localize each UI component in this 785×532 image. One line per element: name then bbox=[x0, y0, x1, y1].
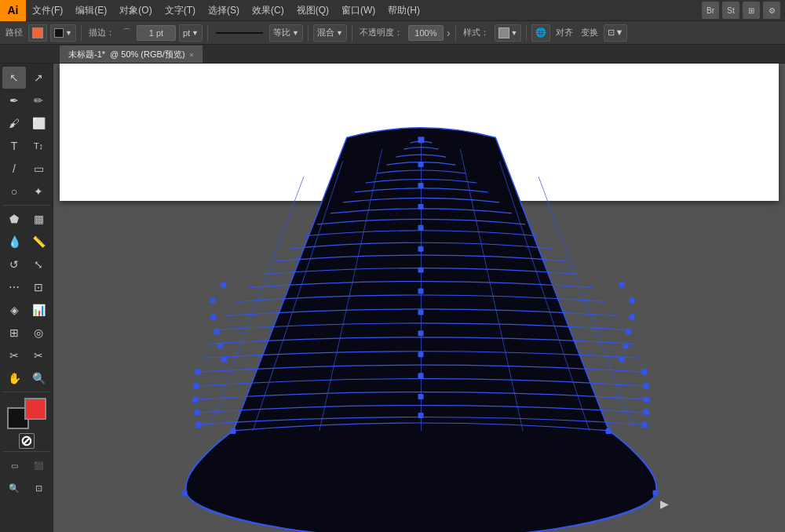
free-transform-tool[interactable]: ⊡ bbox=[27, 276, 50, 298]
menu-object[interactable]: 对象(O) bbox=[113, 0, 158, 20]
blend-tool[interactable]: ◎ bbox=[27, 322, 50, 344]
tool-row-2: ✒ ✏ bbox=[2, 89, 50, 111]
line-type[interactable]: 等比▼ bbox=[269, 24, 303, 42]
blob-brush-tool[interactable]: 🖌 bbox=[2, 112, 26, 134]
menu-edit[interactable]: 编辑(E) bbox=[69, 0, 113, 20]
tool-row-color-modes: ⊘ bbox=[19, 433, 35, 449]
svg-rect-35 bbox=[210, 314, 216, 319]
globe-icon-btn[interactable]: 🌐 bbox=[531, 24, 550, 42]
svg-rect-39 bbox=[619, 282, 625, 288]
svg-rect-36 bbox=[214, 329, 219, 334]
sep1 bbox=[81, 25, 82, 41]
gradient-tool[interactable]: ▦ bbox=[27, 208, 50, 230]
menu-file[interactable]: 文件(F) bbox=[26, 0, 69, 20]
eraser-tool[interactable]: ⬜ bbox=[27, 112, 50, 134]
tool-row-12: ⊞ ◎ bbox=[2, 322, 50, 344]
style-label: 样式： bbox=[461, 27, 491, 38]
canvas-area: ▶ bbox=[53, 64, 785, 532]
zoom-tool[interactable]: 🔍 bbox=[27, 367, 50, 389]
svg-rect-31 bbox=[418, 394, 424, 399]
menu-select[interactable]: 选择(S) bbox=[202, 0, 246, 20]
tool-row-1: ↖ ↗ bbox=[2, 67, 50, 89]
stroke-icon: ⌒ bbox=[120, 27, 133, 38]
column-graph-tool[interactable]: 📊 bbox=[27, 299, 50, 321]
opacity-value[interactable] bbox=[408, 25, 444, 41]
opacity-arrow[interactable]: › bbox=[447, 27, 451, 39]
warp-tool[interactable]: ⋯ bbox=[2, 276, 26, 298]
menu-effect[interactable]: 效果(C) bbox=[246, 0, 290, 20]
svg-rect-40 bbox=[630, 298, 635, 304]
eyedropper-tool[interactable]: 💧 bbox=[2, 231, 26, 253]
stroke-unit[interactable]: pt▼ bbox=[179, 24, 203, 42]
line-preview bbox=[216, 32, 263, 34]
foreground-color-swatch[interactable] bbox=[24, 398, 46, 420]
extra-tool[interactable]: ⊡ bbox=[27, 477, 50, 499]
screen-mode-normal[interactable]: ▭ bbox=[2, 454, 26, 476]
paintbucket-tool[interactable]: ⬟ bbox=[2, 208, 26, 230]
fill-type-selector[interactable]: ▼ bbox=[50, 24, 76, 42]
left-toolbar: ↖ ↗ ✒ ✏ 🖌 ⬜ T T↕ / ▭ ○ ✦ ⬟ ▦ 💧 📏 bbox=[0, 64, 53, 532]
scissors-tool[interactable]: ✂ bbox=[27, 344, 50, 366]
ellipse-tool[interactable]: ○ bbox=[2, 180, 26, 202]
svg-rect-25 bbox=[418, 268, 424, 273]
transform-extra[interactable]: ⊡▼ bbox=[604, 24, 627, 42]
rotate-tool[interactable]: ↺ bbox=[2, 253, 26, 275]
symbol-tool[interactable]: ◈ bbox=[2, 299, 26, 321]
tab-bar: 未标题-1* @ 50% (RGB/预览) × bbox=[0, 45, 785, 64]
hand-tool[interactable]: ✋ bbox=[2, 367, 26, 389]
svg-rect-33 bbox=[221, 282, 226, 288]
svg-rect-27 bbox=[418, 309, 424, 315]
select-tool[interactable]: ↖ bbox=[2, 67, 26, 89]
menu-type[interactable]: 文字(T) bbox=[159, 0, 202, 20]
line-tool[interactable]: / bbox=[2, 158, 26, 180]
tool-row-7: ⬟ ▦ bbox=[2, 208, 50, 230]
tool-row-8: 💧 📏 bbox=[2, 231, 50, 253]
menu-view[interactable]: 视图(Q) bbox=[290, 0, 335, 20]
tool-row-6: ○ ✦ bbox=[2, 180, 50, 202]
extra-icon[interactable]: ⚙ bbox=[763, 2, 780, 19]
tool-sep-3 bbox=[3, 451, 50, 452]
svg-rect-7 bbox=[418, 137, 425, 143]
svg-rect-51 bbox=[606, 428, 612, 434]
vertical-type-tool[interactable]: T↕ bbox=[27, 135, 50, 157]
star-tool[interactable]: ✦ bbox=[27, 180, 50, 202]
blend-mode[interactable]: 混合▼ bbox=[313, 24, 347, 42]
stroke-value[interactable] bbox=[137, 25, 176, 41]
none-swatch[interactable]: ⊘ bbox=[19, 433, 35, 449]
tab-close-btn[interactable]: × bbox=[190, 51, 194, 59]
ai-logo: Ai bbox=[0, 0, 26, 21]
stroke-label: 描边： bbox=[86, 27, 117, 38]
screen-mode-full[interactable]: ⬛ bbox=[27, 454, 50, 476]
svg-rect-22 bbox=[418, 204, 424, 210]
measure-tool[interactable]: 📏 bbox=[27, 231, 50, 253]
menu-window[interactable]: 窗口(W) bbox=[335, 0, 382, 20]
main-area: ↖ ↗ ✒ ✏ 🖌 ⬜ T T↕ / ▭ ○ ✦ ⬟ ▦ 💧 📏 bbox=[0, 64, 785, 532]
search-tool[interactable]: 🔍 bbox=[2, 477, 26, 499]
menu-help[interactable]: 帮助(H) bbox=[382, 0, 426, 20]
svg-rect-38 bbox=[221, 356, 227, 362]
stroke-color-swatch[interactable] bbox=[28, 24, 47, 42]
rectangle-tool[interactable]: ▭ bbox=[27, 158, 50, 180]
direct-select-tool[interactable]: ↗ bbox=[27, 67, 50, 89]
mesh-tool[interactable]: ⊞ bbox=[2, 322, 26, 344]
svg-rect-32 bbox=[418, 413, 424, 418]
svg-rect-49 bbox=[653, 490, 659, 496]
style-swatch[interactable]: ▼ bbox=[495, 24, 522, 42]
slice-tool[interactable]: ✂ bbox=[2, 344, 26, 366]
pencil-tool[interactable]: ✏ bbox=[27, 89, 50, 111]
scale-tool[interactable]: ⤡ bbox=[27, 253, 50, 275]
pen-tool[interactable]: ✒ bbox=[2, 89, 26, 111]
svg-rect-12 bbox=[195, 422, 201, 428]
menu-bar: Ai 文件(F) 编辑(E) 对象(O) 文字(T) 选择(S) 效果(C) 视… bbox=[0, 0, 785, 21]
stock-icon[interactable]: St bbox=[722, 2, 739, 19]
menu-right-icons: Br St ⊞ ⚙ bbox=[702, 2, 785, 19]
tool-row-14: ✋ 🔍 bbox=[2, 367, 50, 389]
sep2 bbox=[207, 25, 208, 41]
svg-rect-9 bbox=[193, 383, 199, 388]
document-tab[interactable]: 未标题-1* @ 50% (RGB/预览) × bbox=[60, 46, 203, 63]
tool-row-9: ↺ ⤡ bbox=[2, 253, 50, 275]
workspace-icon[interactable]: ⊞ bbox=[743, 2, 760, 19]
bridge-icon[interactable]: Br bbox=[702, 2, 719, 19]
svg-rect-43 bbox=[623, 343, 629, 348]
type-tool[interactable]: T bbox=[2, 135, 26, 157]
